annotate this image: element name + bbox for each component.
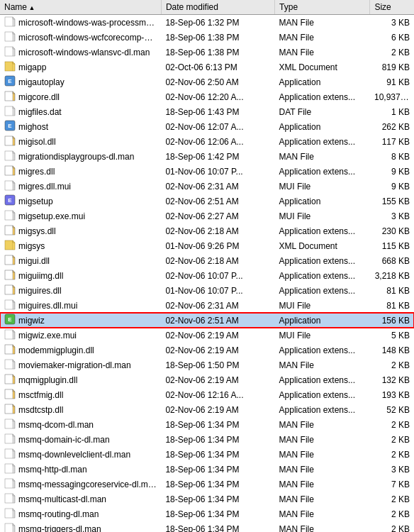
file-type: Application bbox=[275, 74, 370, 89]
table-row[interactable]: migsys.dll02-Nov-06 2:18 AMApplication e… bbox=[0, 223, 414, 238]
table-row[interactable]: msmq-downlevelclient-dl.man18-Sep-06 1:3… bbox=[0, 447, 414, 462]
file-type: MUI File bbox=[275, 298, 370, 313]
table-row[interactable]: mqmigplugin.dll02-Nov-06 2:19 AMApplicat… bbox=[0, 372, 414, 387]
file-icon bbox=[4, 135, 16, 148]
table-row[interactable]: modemmigplugin.dll02-Nov-06 2:19 AMAppli… bbox=[0, 343, 414, 358]
table-row[interactable]: migsys01-Nov-06 9:26 PMXML Document115 K… bbox=[0, 238, 414, 253]
file-name-text: microsoft-windows-wlansvc-dl.man bbox=[18, 48, 150, 57]
column-header-type[interactable]: Type bbox=[275, 0, 370, 15]
table-row[interactable]: msdtcstp.dll02-Nov-06 2:19 AMApplication… bbox=[0, 402, 414, 417]
table-row[interactable]: E migautoplay02-Nov-06 2:50 AMApplicatio… bbox=[0, 74, 414, 89]
file-name: msmq-downlevelclient-dl.man bbox=[0, 447, 161, 462]
table-row[interactable]: migapp02-Oct-06 6:13 PMXML Document819 K… bbox=[0, 60, 414, 74]
table-row[interactable]: msctfmig.dll02-Nov-06 12:16 A...Applicat… bbox=[0, 387, 414, 402]
file-name: msmq-dcom-dl.man bbox=[0, 417, 161, 432]
file-type: Application extens... bbox=[275, 134, 370, 149]
file-date: 01-Nov-06 10:07 P... bbox=[161, 283, 274, 298]
table-row[interactable]: miguires.dll.mui02-Nov-06 2:31 AMMUI Fil… bbox=[0, 298, 414, 313]
svg-rect-22 bbox=[5, 136, 13, 145]
file-date: 18-Sep-06 1:34 PM bbox=[161, 432, 274, 447]
table-row[interactable]: microsoft-windows-wcfcorecomp-dl.man18-S… bbox=[0, 30, 414, 45]
table-row[interactable]: E mighost02-Nov-06 12:07 A...Application… bbox=[0, 119, 414, 134]
table-row[interactable]: E migwiz02-Nov-06 2:51 AMApplication156 … bbox=[0, 313, 414, 328]
svg-text:E: E bbox=[8, 123, 12, 129]
table-row[interactable]: migres.dll01-Nov-06 10:07 P...Applicatio… bbox=[0, 164, 414, 179]
svg-rect-71 bbox=[5, 389, 13, 399]
file-name: migres.dll.mui bbox=[0, 179, 161, 194]
table-row[interactable]: msmq-domain-ic-dl.man18-Sep-06 1:34 PMMA… bbox=[0, 432, 414, 447]
table-row[interactable]: migfiles.dat18-Sep-06 1:43 PMDAT File1 K… bbox=[0, 104, 414, 119]
table-row[interactable]: migres.dll.mui02-Nov-06 2:31 AMMUI File9… bbox=[0, 179, 414, 194]
table-row[interactable]: migwiz.exe.mui02-Nov-06 2:19 AMMUI File5… bbox=[0, 328, 414, 343]
file-name-text: microsoft-windows-was-processmodel-... bbox=[18, 18, 157, 28]
table-row[interactable]: msmq-dcom-dl.man18-Sep-06 1:34 PMMAN Fil… bbox=[0, 417, 414, 432]
file-type: XML Document bbox=[275, 60, 370, 74]
table-row[interactable]: microsoft-windows-wlansvc-dl.man18-Sep-0… bbox=[0, 45, 414, 60]
file-type: Application bbox=[275, 194, 370, 209]
file-name-text: miguires.dll bbox=[18, 286, 62, 296]
file-name: migsys bbox=[0, 238, 161, 253]
table-row[interactable]: miguires.dll01-Nov-06 10:07 P...Applicat… bbox=[0, 283, 414, 298]
file-name: migwiz.exe.mui bbox=[0, 328, 161, 343]
svg-rect-89 bbox=[5, 479, 13, 488]
svg-rect-14 bbox=[5, 92, 13, 101]
file-icon bbox=[4, 179, 16, 193]
file-type: DAT File bbox=[275, 104, 370, 119]
column-header-size[interactable]: Size bbox=[370, 0, 414, 15]
file-size: 262 KB bbox=[370, 119, 414, 134]
file-type: XML Document bbox=[275, 238, 370, 253]
table-row[interactable]: msmq-routing-dl.man18-Sep-06 1:34 PMMAN … bbox=[0, 506, 414, 521]
file-size: 193 KB bbox=[370, 387, 414, 402]
file-icon bbox=[4, 492, 16, 506]
file-size: 2 KB bbox=[370, 521, 414, 532]
table-row[interactable]: msmq-messagingcoreservice-dl.man18-Sep-0… bbox=[0, 477, 414, 492]
file-type: MAN File bbox=[275, 462, 370, 477]
table-row[interactable]: migrationdisplaygroups-dl.man18-Sep-06 1… bbox=[0, 149, 414, 164]
table-row[interactable]: migui.dll02-Nov-06 2:18 AMApplication ex… bbox=[0, 253, 414, 268]
file-icon bbox=[4, 373, 16, 387]
file-date: 18-Sep-06 1:34 PM bbox=[161, 417, 274, 432]
file-icon bbox=[4, 105, 16, 118]
file-size: 6 KB bbox=[370, 30, 414, 45]
table-row[interactable]: msmq-multicast-dl.man18-Sep-06 1:34 PMMA… bbox=[0, 492, 414, 506]
file-size: 2 KB bbox=[370, 358, 414, 372]
file-size: 156 KB bbox=[370, 313, 414, 328]
file-type: MAN File bbox=[275, 417, 370, 432]
file-size: 155 KB bbox=[370, 194, 414, 209]
file-size: 9 KB bbox=[370, 179, 414, 194]
file-list[interactable]: Name Date modified Type Size microsoft-w… bbox=[0, 0, 414, 532]
table-row[interactable]: moviemaker-migration-dl.man18-Sep-06 1:5… bbox=[0, 358, 414, 372]
file-name: moviemaker-migration-dl.man bbox=[0, 358, 161, 372]
svg-rect-17 bbox=[5, 106, 13, 116]
file-icon bbox=[4, 448, 16, 461]
file-name-text: msmq-messagingcoreservice-dl.man bbox=[18, 480, 157, 489]
svg-rect-98 bbox=[5, 523, 13, 532]
file-name: migui.dll bbox=[0, 253, 161, 268]
file-name: msdtcstp.dll bbox=[0, 402, 161, 417]
file-icon bbox=[4, 269, 16, 282]
file-icon bbox=[4, 239, 16, 253]
file-date: 18-Sep-06 1:50 PM bbox=[161, 358, 274, 372]
table-row[interactable]: microsoft-windows-was-processmodel-...18… bbox=[0, 15, 414, 31]
table-row[interactable]: migisol.dll02-Nov-06 12:06 A...Applicati… bbox=[0, 134, 414, 149]
file-name-text: msmq-domain-ic-dl.man bbox=[18, 435, 110, 445]
file-icon: E bbox=[4, 120, 16, 133]
column-header-date[interactable]: Date modified bbox=[161, 0, 274, 15]
file-icon bbox=[4, 477, 16, 491]
table-row[interactable]: E migsetup02-Nov-06 2:51 AMApplication15… bbox=[0, 194, 414, 209]
table-row[interactable]: migcore.dll02-Nov-06 12:20 A...Applicati… bbox=[0, 89, 414, 104]
file-name-text: migui.dll bbox=[18, 256, 50, 266]
file-size: 2 KB bbox=[370, 417, 414, 432]
file-icon bbox=[4, 165, 16, 178]
file-name: migfiles.dat bbox=[0, 104, 161, 119]
svg-rect-51 bbox=[5, 285, 13, 294]
table-row[interactable]: migsetup.exe.mui02-Nov-06 2:27 AMMUI Fil… bbox=[0, 209, 414, 223]
table-row[interactable]: msmq-triggers-dl.man18-Sep-06 1:34 PMMAN… bbox=[0, 521, 414, 532]
file-icon bbox=[4, 31, 16, 44]
file-name: migrationdisplaygroups-dl.man bbox=[0, 149, 161, 164]
file-icon: E bbox=[4, 75, 16, 89]
file-name-text: msmq-http-dl.man bbox=[18, 465, 87, 475]
table-row[interactable]: msmq-http-dl.man18-Sep-06 1:34 PMMAN Fil… bbox=[0, 462, 414, 477]
table-row[interactable]: miguiimg.dll02-Nov-06 10:07 P...Applicat… bbox=[0, 268, 414, 283]
column-header-name[interactable]: Name bbox=[0, 0, 161, 15]
